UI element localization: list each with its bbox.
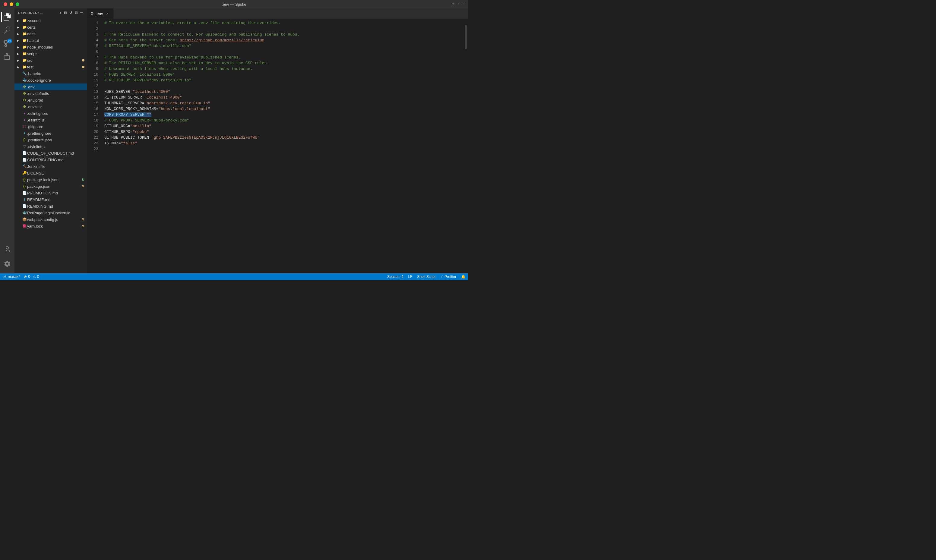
folder-vscode-label: .vscode [27, 18, 87, 23]
file-env-label: .env [27, 85, 87, 89]
file-remixing[interactable]: ▶ 📄 REMIXING.md [14, 203, 87, 209]
file-env[interactable]: ▶ ⚙ .env [14, 83, 87, 90]
split-editor-icon[interactable]: ⊡ [452, 2, 454, 7]
code-line-5: # RETICULUM_SERVER="hubs.mozilla.com" [104, 43, 464, 49]
file-yarn-lock-label: yarn.lock [27, 224, 87, 228]
file-env-test[interactable]: ▶ ⚙ .env.test [14, 103, 87, 110]
folder-docs[interactable]: ▶ 📁 docs [14, 31, 87, 37]
formatter-label: Prettier [445, 275, 456, 279]
folder-src[interactable]: ▶ 📁 src [14, 57, 87, 64]
file-license[interactable]: ▶ 🔑 LICENSE [14, 170, 87, 176]
file-stylelintrc-label: .stylelintrc [27, 145, 87, 149]
tabs-bar: ⚙ .env × [87, 8, 468, 19]
scrollbar-thumb[interactable] [465, 25, 467, 49]
formatter[interactable]: ✓ Prettier [440, 275, 456, 279]
code-line-18: # CORS_PROXY_SERVER="hubs-proxy.com" [104, 117, 464, 123]
tab-env-close[interactable]: × [105, 11, 110, 16]
file-jenkinsfile[interactable]: ▶ 🔨 Jenkinsfile [14, 163, 87, 170]
account-icon[interactable] [1, 243, 13, 255]
maximize-button[interactable] [16, 2, 19, 6]
file-dockerignore-label: .dockerignore [27, 78, 87, 83]
status-left: ⎇ master* ⊗ 0 ⚠ 0 [2, 275, 39, 279]
window-controls[interactable] [4, 2, 19, 6]
folder-vscode[interactable]: ▶ 📁 .vscode [14, 17, 87, 24]
file-stylelintrc[interactable]: ▶ ▽ .stylelintrc [14, 143, 87, 150]
file-contributing[interactable]: ▶ 📄 CONTRIBUTING.md [14, 157, 87, 163]
file-dockerignore[interactable]: ▶ 🐳 .dockerignore [14, 77, 87, 83]
file-eslintrc-label: .eslintrc.js [27, 118, 87, 122]
tab-env[interactable]: ⚙ .env × [87, 8, 114, 19]
collapse-icon[interactable]: ⊟ [75, 11, 78, 15]
status-right: Spaces: 4 LF Shell Script ✓ Prettier 🔔 [387, 275, 466, 279]
window-title: .env — Spoke [222, 2, 246, 7]
file-eslintignore[interactable]: ▶ ● .eslintignore [14, 110, 87, 117]
new-folder-icon[interactable]: ⊡ [64, 11, 67, 15]
language-mode[interactable]: Shell Script [417, 275, 436, 279]
main-layout: 29 EXPLORER: ... + ⊡ [0, 8, 468, 273]
close-button[interactable] [4, 2, 7, 6]
code-line-20: GITHUB_REPO="spoke" [104, 129, 464, 135]
refresh-icon[interactable]: ↺ [69, 11, 72, 15]
file-babelrc[interactable]: ▶ 🔧 .babelrc [14, 70, 87, 77]
extensions-icon[interactable] [1, 51, 13, 63]
folder-certs[interactable]: ▶ 📁 certs [14, 24, 87, 31]
folder-docs-label: docs [27, 32, 87, 36]
file-code-of-conduct[interactable]: ▶ 📄 CODE_OF_CONDUCT.md [14, 150, 87, 157]
code-line-3: # The Reticulum backend to connect to. F… [104, 32, 464, 37]
editor-area: ⚙ .env × 1 2 3 4 5 6 7 8 9 10 11 12 13 [87, 8, 468, 273]
titlebar: .env — Spoke ⊡ ··· [0, 0, 468, 8]
code-line-9: # Uncomment both lines when testing with… [104, 66, 464, 72]
file-env-prod[interactable]: ▶ ⚙ .env.prod [14, 97, 87, 103]
git-branch[interactable]: ⎇ master* [2, 275, 20, 279]
spaces-setting[interactable]: Spaces: 4 [387, 275, 403, 279]
folder-test[interactable]: ▶ 📁 test [14, 64, 87, 70]
file-eslintrc[interactable]: ▶ ● .eslintrc.js [14, 117, 87, 123]
line-numbers: 1 2 3 4 5 6 7 8 9 10 11 12 13 14 15 16 1… [87, 19, 102, 273]
more-actions-icon[interactable]: ··· [457, 2, 464, 7]
minimize-button[interactable] [10, 2, 13, 6]
titlebar-actions[interactable]: ⊡ ··· [452, 2, 464, 7]
sidebar: EXPLORER: ... + ⊡ ↺ ⊟ ··· ▶ 📁 .vscode ▶ … [14, 8, 87, 273]
more-icon[interactable]: ··· [80, 11, 83, 15]
file-env-defaults[interactable]: ▶ ⚙ .env.defaults [14, 90, 87, 97]
new-file-icon[interactable]: + [60, 11, 62, 15]
search-icon[interactable] [1, 24, 13, 36]
notifications[interactable]: 🔔 [461, 275, 466, 279]
source-control-badge: 29 [7, 38, 12, 43]
file-promotion[interactable]: ▶ 📄 PROMOTION.md [14, 189, 87, 196]
folder-node_modules[interactable]: ▶ 📁 node_modules [14, 44, 87, 50]
file-prettierrc[interactable]: ▶ {} .prettierrc.json [14, 137, 87, 143]
code-line-11: # RETICULUM_SERVER="dev.reticulum.io" [104, 77, 464, 83]
explorer-icon[interactable] [1, 11, 13, 23]
file-babelrc-label: .babelrc [27, 71, 87, 76]
line-ending-label: LF [408, 275, 413, 279]
file-prettierignore[interactable]: ▶ ✦ .prettierignore [14, 130, 87, 137]
file-gitignore[interactable]: ▶ ⬡ .gitignore [14, 123, 87, 130]
source-control-icon[interactable]: 29 [1, 37, 13, 49]
file-retpage[interactable]: ▶ 🐳 RetPageOriginDockerfile [14, 209, 87, 216]
file-readme-label: README.md [27, 197, 87, 202]
code-line-19: GITHUB_ORG="mozilla" [104, 123, 464, 129]
folder-scripts[interactable]: ▶ 📁 scripts [14, 50, 87, 57]
file-package-json[interactable]: ▶ {} package.json M [14, 183, 87, 189]
folder-src-label: src [27, 58, 87, 63]
code-editor[interactable]: # To override these variables, create a … [102, 19, 464, 273]
file-retpage-label: RetPageOriginDockerfile [27, 211, 87, 215]
errors-warnings[interactable]: ⊗ 0 ⚠ 0 [24, 275, 39, 279]
code-line-13: HUBS_SERVER="localhost:4000" [104, 89, 464, 95]
file-webpack-label: webpack.config.js [27, 217, 87, 222]
folder-habitat[interactable]: ▶ 📁 habitat [14, 37, 87, 44]
file-yarn-lock[interactable]: ▶ 🧶 yarn.lock M [14, 223, 87, 229]
file-readme[interactable]: ▶ ℹ README.md [14, 196, 87, 203]
file-webpack[interactable]: ▶ 📦 webpack.config.js M [14, 216, 87, 223]
settings-icon[interactable] [1, 258, 13, 270]
file-package-lock[interactable]: ▶ {} package-lock.json U [14, 176, 87, 183]
sidebar-header-icons[interactable]: + ⊡ ↺ ⊟ ··· [60, 11, 83, 15]
folder-node-modules-label: node_modules [27, 45, 87, 49]
editor-scrollbar[interactable] [464, 19, 468, 273]
folder-test-label: test [27, 65, 87, 69]
code-line-2 [104, 26, 464, 32]
code-line-4: # See here for the server code: https://… [104, 37, 464, 43]
activity-bar: 29 [0, 8, 14, 273]
line-ending[interactable]: LF [408, 275, 413, 279]
